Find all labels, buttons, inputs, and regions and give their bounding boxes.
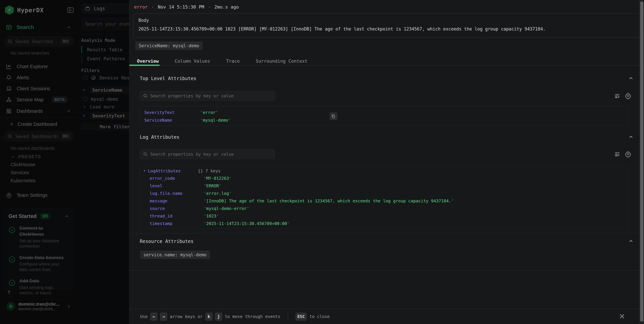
log-attributes-tree: ▾ LogAttributes {} 7 keys error_code MY-…: [140, 166, 628, 229]
esc-key[interactable]: ESC: [296, 313, 307, 321]
severity-badge: error: [134, 4, 148, 9]
gear-icon[interactable]: [625, 151, 632, 158]
event-timestamp: Nov 14 5:15:30 PM: [158, 4, 204, 9]
attribute-value: MY-012263: [204, 176, 232, 181]
attribute-row[interactable]: ServiceName mysql-demo: [144, 118, 231, 123]
tree-root-row[interactable]: ▾ LogAttributes {} 7 keys: [143, 168, 221, 173]
tab-surrounding-context[interactable]: Surrounding Context: [256, 58, 308, 64]
chevron-up-icon[interactable]: [628, 238, 634, 244]
top-level-search[interactable]: [140, 91, 275, 101]
attribute-key: error_code: [150, 176, 204, 181]
hyperdx-app: ⚡ HyperDX Search ⌘K: [0, 0, 644, 324]
attribute-key: thread_id: [150, 214, 204, 218]
divider: [288, 312, 288, 321]
scrollbar[interactable]: [639, 0, 644, 324]
chevron-up-icon[interactable]: [628, 75, 634, 81]
attribute-value: error.log: [204, 191, 232, 196]
log-attributes-title: Log Attributes: [140, 134, 179, 140]
attribute-value: mysql-demo: [200, 118, 231, 123]
tab-column-values[interactable]: Column Values: [175, 58, 210, 64]
footer-text: to close: [310, 314, 330, 319]
tree-root-label: LogAttributes: [148, 168, 198, 173]
attribute-key: SeverityText: [144, 110, 200, 115]
separator-dot: ·: [151, 4, 154, 9]
event-age: 2mo.s ago: [214, 4, 239, 9]
attribute-key: message: [150, 198, 204, 203]
event-header: error · Nov 14 5:15:30 PM · 2mo.s ago: [134, 4, 239, 9]
divider: [129, 233, 640, 234]
attribute-row[interactable]: level ERROR: [150, 183, 221, 188]
service-name-tag[interactable]: ServiceName: mysql-demo: [136, 41, 202, 50]
event-detail-panel: error · Nov 14 5:15:30 PM · 2mo.s ago Bo…: [129, 0, 644, 324]
attribute-value: [InnoDB] The age of the last checkpoint …: [204, 198, 454, 203]
attribute-row[interactable]: message [InnoDB] The age of the last che…: [150, 198, 454, 203]
top-level-attributes-title: Top Level Attributes: [140, 76, 196, 81]
attribute-row[interactable]: log.file.name error.log: [150, 191, 232, 196]
attribute-key: level: [150, 183, 204, 188]
gear-icon[interactable]: [625, 92, 632, 100]
detail-tabs: Overview Column Values Trace Surrounding…: [129, 56, 644, 66]
search-icon: [143, 152, 148, 157]
active-tab-indicator: [129, 65, 160, 66]
log-attributes-search-input[interactable]: [150, 152, 272, 157]
attribute-row[interactable]: error_code MY-012263: [150, 176, 232, 181]
tab-overview[interactable]: Overview: [137, 58, 159, 64]
tabs-divider: [129, 65, 640, 66]
tree-root-meta: {} 7 keys: [198, 168, 220, 173]
footer-text: to move through events: [225, 314, 280, 319]
attribute-key: log.file.name: [150, 191, 204, 196]
arrow-left-key[interactable]: ←: [150, 313, 158, 321]
attribute-key: source: [150, 206, 204, 211]
top-level-attributes-table: SeverityText error ServiceName mysql-dem…: [140, 106, 628, 126]
arrow-right-key[interactable]: →: [160, 313, 167, 321]
wrap-lines-icon[interactable]: [614, 92, 621, 100]
top-level-search-input[interactable]: [150, 94, 272, 98]
tab-trace[interactable]: Trace: [226, 58, 240, 64]
wrap-lines-icon[interactable]: [614, 151, 621, 158]
close-icon[interactable]: [618, 312, 626, 320]
attribute-key: ServiceName: [144, 118, 200, 123]
footer-text: Use: [140, 314, 148, 319]
attribute-row[interactable]: source mysql-demo-error: [150, 206, 249, 211]
copy-icon[interactable]: [330, 112, 337, 120]
attribute-value: 1023: [204, 214, 219, 218]
attribute-row[interactable]: timestamp 2025-11-14T23:15:30.456789+00:…: [150, 221, 290, 226]
resource-attribute-tag[interactable]: service.name: mysql-demo: [140, 251, 210, 259]
attribute-row[interactable]: SeverityText error: [144, 110, 218, 115]
search-icon: [143, 94, 148, 98]
attribute-value: ERROR: [204, 183, 221, 188]
attribute-value: mysql-demo-error: [204, 206, 249, 211]
collapse-triangle-icon[interactable]: ▾: [143, 168, 146, 173]
attribute-value: error: [200, 110, 218, 115]
attribute-key: timestamp: [150, 221, 204, 226]
chevron-up-icon[interactable]: [628, 134, 634, 140]
log-body-text: 2025-11-14T23:15:30.456789+00:00 1023 [E…: [138, 26, 546, 31]
k-key[interactable]: k: [206, 313, 212, 321]
body-label: Body: [138, 18, 149, 23]
attribute-row[interactable]: thread_id 1023: [150, 214, 219, 218]
footer-text: arrow keys or: [170, 314, 203, 319]
resource-attributes-title: Resource Attributes: [140, 239, 194, 244]
j-key[interactable]: j: [215, 313, 222, 321]
body-card[interactable]: Body 2025-11-14T23:15:30.456789+00:00 10…: [134, 13, 644, 38]
separator-dot: ·: [208, 4, 210, 9]
attribute-value: 2025-11-14T23:15:30.456789+00:00: [204, 221, 290, 226]
log-attributes-search[interactable]: [140, 149, 275, 159]
divider: [129, 270, 640, 271]
panel-footer: Use ← → arrow keys or k j to move throug…: [129, 309, 640, 324]
scrollbar-thumb[interactable]: [640, 1, 643, 322]
